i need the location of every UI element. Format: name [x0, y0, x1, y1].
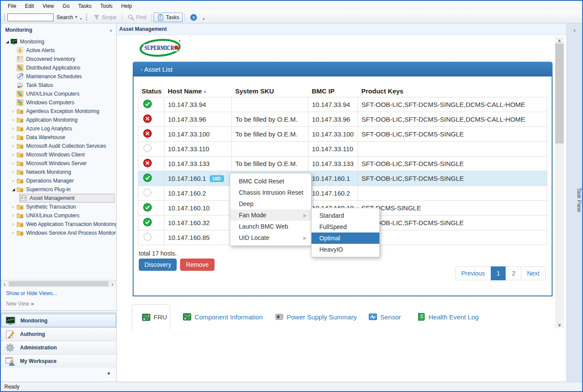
- column-header-system-sku[interactable]: System SKU: [232, 85, 308, 97]
- asset-row-10-147-33-133[interactable]: 10.147.33.133To be filled by O.E.M.10.14…: [138, 156, 547, 171]
- page-previous[interactable]: Previous: [455, 266, 491, 280]
- nav-monitoring[interactable]: Monitoring: [1, 314, 116, 327]
- menu-item-launch-bmc-web[interactable]: Launch BMC Web: [230, 221, 311, 232]
- tree-item-distributed-applications[interactable]: Distributed Applications: [1, 63, 116, 72]
- detail-tab-power-supply-summary[interactable]: Power Supply Summary: [275, 304, 357, 329]
- scroll-left-icon[interactable]: ‹: [1, 280, 8, 288]
- page-2[interactable]: 2: [506, 266, 521, 280]
- task-pane-strip[interactable]: ‹ Task Pane: [566, 23, 582, 382]
- page-1[interactable]: 1: [491, 266, 506, 280]
- menu-edit[interactable]: Edit: [20, 2, 38, 10]
- menu-item-deep[interactable]: Deep: [230, 198, 311, 209]
- tree-item-asset-management[interactable]: Asset Management: [1, 194, 116, 203]
- scroll-right-icon[interactable]: ›: [109, 280, 116, 288]
- new-view-link[interactable]: New View▶: [6, 301, 34, 307]
- scrollbar-thumb[interactable]: [9, 281, 108, 286]
- submenu-item-standard[interactable]: Standard: [312, 210, 379, 221]
- tasks-button[interactable]: Tasks: [154, 13, 183, 22]
- expander-collapsed-icon[interactable]: ▷: [10, 110, 17, 113]
- tree-item-operations-manager[interactable]: ▷Operations Manager: [1, 176, 116, 185]
- submenu-item-optimal[interactable]: Optimal: [312, 233, 379, 244]
- tree-item-application-monitoring[interactable]: ▷Application Monitoring: [1, 116, 116, 124]
- tree-item-azure-log-analytics[interactable]: ▷Azure Log Analytics: [1, 124, 116, 133]
- menu-tasks[interactable]: Tasks: [74, 2, 96, 10]
- tree-item-microsoft-audit-collection-services[interactable]: ▷Microsoft Audit Collection Services: [1, 142, 116, 150]
- toolbar-overflow-icon[interactable]: ▾: [203, 17, 204, 23]
- menu-tools[interactable]: Tools: [96, 2, 117, 10]
- help-button[interactable]: ?: [187, 13, 201, 22]
- tree-item-web-application-transaction-monitoring[interactable]: ▷Web Application Transaction Monitoring: [1, 220, 116, 229]
- tree-item-unix-linux-computers[interactable]: UNIX/Linux Computers: [1, 90, 116, 98]
- column-header-bmc-ip[interactable]: BMC IP: [308, 85, 358, 97]
- nav-administration[interactable]: Administration: [1, 341, 116, 354]
- nav-options-icon[interactable]: ▼: [107, 371, 111, 376]
- expander-collapsed-icon[interactable]: ▷: [10, 144, 17, 148]
- tree-item-active-alerts[interactable]: Active Alerts: [1, 46, 116, 55]
- tree-item-microsoft-windows-client[interactable]: ▷Microsoft Windows Client: [1, 150, 116, 159]
- find-button[interactable]: Find: [124, 13, 150, 22]
- tree-item-windows-computers[interactable]: Windows Computers: [1, 98, 116, 107]
- column-header-status[interactable]: Status: [138, 85, 164, 97]
- asset-list-header[interactable]: - Asset List: [133, 62, 553, 76]
- nav-my-workspace[interactable]: My Workspace: [1, 354, 116, 368]
- expander-collapsed-icon[interactable]: ▷: [10, 205, 17, 209]
- expander-expanded-icon[interactable]: ◢: [10, 187, 17, 192]
- tree-item-discovered-inventory[interactable]: Discovered Inventory: [1, 55, 116, 63]
- tree-item-synthetic-transaction[interactable]: ▷Synthetic Transaction: [1, 203, 116, 211]
- tree-item-network-monitoring[interactable]: ▷Network Monitoring: [1, 168, 116, 176]
- asset-row-10-147-160-1[interactable]: 10.147.160.1UIDTo be filled by O.E.M.10.…: [138, 171, 547, 186]
- menu-item-fan-mode[interactable]: Fan Mode▶: [230, 209, 311, 221]
- uid-badge[interactable]: UID: [210, 175, 224, 182]
- menu-view[interactable]: View: [38, 2, 58, 10]
- menu-go[interactable]: Go: [58, 2, 74, 10]
- expander-collapsed-icon[interactable]: ▷: [10, 118, 17, 122]
- tree-item-unix-linux-computers[interactable]: ▷UNIX/Linux Computers: [1, 211, 116, 220]
- content-vertical-scrollbar[interactable]: ∧ ∨: [555, 37, 564, 328]
- menu-item-uid-locate[interactable]: UID Locate▶: [230, 232, 311, 243]
- asset-row-10-147-160-2[interactable]: 10.147.160.210.147.160.2: [138, 186, 547, 201]
- menu-file[interactable]: File: [3, 2, 20, 10]
- sidebar-collapse-icon[interactable]: ‹: [110, 27, 112, 33]
- tree-item-monitoring[interactable]: ◢Monitoring: [1, 37, 116, 46]
- remove-button[interactable]: Remove: [180, 259, 214, 271]
- tree-item-agentless-exception-monitoring[interactable]: ▷Agentless Exception Monitoring: [1, 107, 116, 116]
- discovery-button[interactable]: Discovery: [139, 259, 177, 271]
- expander-collapsed-icon[interactable]: ▷: [10, 170, 17, 174]
- submenu-item-fullspeed[interactable]: FullSpeed: [312, 221, 379, 233]
- scroll-down-icon[interactable]: ∨: [555, 321, 564, 328]
- search-input[interactable]: [7, 13, 54, 21]
- sidebar-horizontal-scrollbar[interactable]: ‹ ›: [1, 280, 116, 287]
- detail-tab-component-information[interactable]: Component Information: [183, 304, 263, 329]
- submenu-item-heavyio[interactable]: HeavyIO: [312, 244, 379, 255]
- task-pane-expand-icon[interactable]: ‹: [567, 27, 582, 33]
- tree-item-task-status[interactable]: Task Status: [1, 81, 116, 90]
- scroll-up-icon[interactable]: ∧: [555, 37, 564, 44]
- search-button[interactable]: Search: [54, 14, 74, 20]
- tree-item-windows-service-and-process-monitoring[interactable]: ▷Windows Service And Process Monitoring: [1, 229, 116, 237]
- expander-collapsed-icon[interactable]: ▷: [10, 127, 17, 130]
- detail-tab-fru[interactable]: FRU: [132, 304, 170, 329]
- tree-item-maintenance-schedules[interactable]: Maintenance Schedules: [1, 72, 116, 81]
- tree-item-supermicro-plug-in[interactable]: ◢Supermicro Plug-in: [1, 185, 116, 194]
- menu-item-bmc-cold-reset[interactable]: BMC Cold Reset: [230, 176, 311, 187]
- expander-expanded-icon[interactable]: ◢: [4, 40, 10, 44]
- detail-tab-sensor[interactable]: Sensor: [369, 304, 401, 329]
- asset-row-10-147-33-110[interactable]: 10.147.33.11010.147.33.110: [138, 142, 547, 156]
- expander-collapsed-icon[interactable]: ▷: [10, 231, 17, 235]
- tree-item-data-warehouse[interactable]: ▷Data Warehouse: [1, 133, 116, 142]
- detail-tab-health-event-log[interactable]: Health Event Log: [417, 304, 479, 329]
- expander-collapsed-icon[interactable]: ▷: [10, 153, 17, 156]
- column-header-host-name[interactable]: Host Name▲: [164, 85, 232, 97]
- asset-row-10-147-33-94[interactable]: 10.147.33.9410.147.33.94SFT-OOB-LIC,SFT-…: [138, 97, 547, 112]
- toolbar-grip[interactable]: [3, 13, 6, 21]
- nav-authoring[interactable]: Authoring: [1, 327, 116, 341]
- tree-item-microsoft-windows-server[interactable]: ▷Microsoft Windows Server: [1, 159, 116, 168]
- scrollbar-thumb[interactable]: [555, 43, 564, 143]
- menu-help[interactable]: Help: [117, 2, 137, 10]
- toolbar-overflow-icon[interactable]: ▾: [80, 17, 82, 23]
- expander-collapsed-icon[interactable]: ▷: [10, 179, 17, 183]
- show-or-hide-views-link[interactable]: Show or Hide Views...: [6, 290, 57, 296]
- asset-row-10-147-33-96[interactable]: 10.147.33.96To be filled by O.E.M.10.147…: [138, 112, 547, 127]
- sidebar-splitter[interactable]: [1, 310, 116, 313]
- search-dropdown-icon[interactable]: ▼: [74, 15, 78, 19]
